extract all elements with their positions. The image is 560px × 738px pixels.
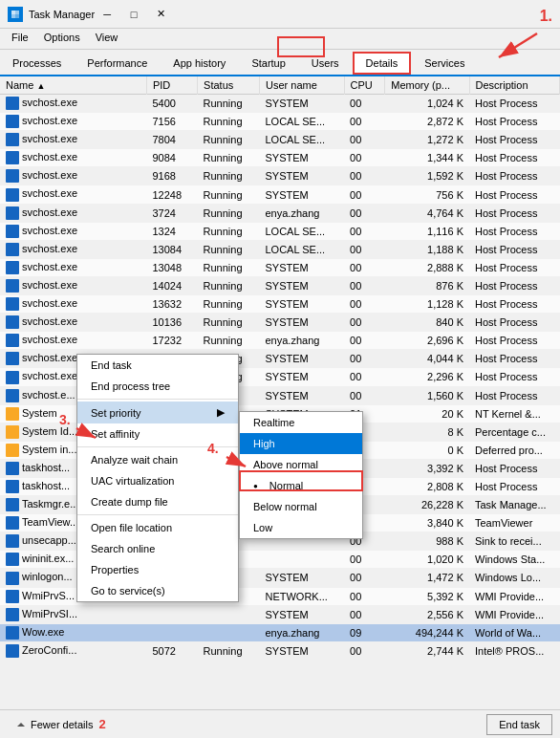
cell-cpu: 00 — [344, 386, 385, 404]
cell-desc: WMI Provide... — [469, 587, 560, 605]
menu-view[interactable]: View — [88, 31, 126, 47]
cell-cpu: 00 — [344, 641, 385, 660]
cell-memory: 2,556 K — [385, 605, 469, 623]
cell-status: Running — [198, 332, 260, 350]
priority-realtime[interactable]: Realtime — [240, 412, 362, 433]
cell-pid: 13084 — [146, 240, 197, 258]
window-title: Task Manager — [29, 9, 95, 20]
col-memory[interactable]: Memory (p... — [385, 76, 469, 95]
cell-user: SYSTEM — [259, 386, 344, 404]
cell-cpu: 00 — [344, 258, 385, 276]
ctx-uac[interactable]: UAC virtualization — [77, 470, 238, 491]
ctx-analyze-wait[interactable]: Analyze wait chain — [77, 449, 238, 470]
cell-user: SYSTEM — [259, 258, 344, 276]
cell-memory: 1,024 K — [385, 95, 469, 113]
ctx-end-task[interactable]: End task — [77, 355, 238, 376]
table-row[interactable]: svchost.exe 1324 Running LOCAL SE... 00 … — [0, 222, 560, 240]
col-status[interactable]: Status — [198, 76, 260, 95]
priority-high[interactable]: High — [240, 433, 362, 454]
svg-rect-2 — [15, 11, 19, 14]
cell-user: SYSTEM — [259, 350, 344, 368]
cell-memory: 876 K — [385, 276, 469, 294]
table-row[interactable]: svchost.exe 9084 Running SYSTEM 00 1,344… — [0, 149, 560, 167]
cell-status: Running — [198, 95, 260, 113]
cell-memory: 494,244 K — [385, 623, 469, 641]
col-description[interactable]: Description — [469, 76, 560, 95]
minimize-button[interactable]: ─ — [95, 5, 119, 24]
tab-users[interactable]: Users — [299, 52, 352, 75]
table-row[interactable]: svchost.exe 17232 Running enya.zhang 00 … — [0, 332, 560, 350]
ctx-open-location[interactable]: Open file location — [77, 517, 238, 538]
ctx-go-to-services[interactable]: Go to service(s) — [77, 580, 238, 601]
priority-low[interactable]: Low — [240, 517, 362, 538]
cell-status: Running — [198, 185, 260, 204]
table-row[interactable]: svchost.exe 3724 Running enya.zhang 00 4… — [0, 204, 560, 222]
col-cpu[interactable]: CPU — [344, 76, 385, 95]
table-row[interactable]: Wow.exe enya.zhang 09 494,244 K World of… — [0, 623, 560, 641]
table-row[interactable]: svchost.exe 14024 Running SYSTEM 00 876 … — [0, 276, 560, 294]
cell-cpu: 00 — [344, 240, 385, 258]
maximize-button[interactable]: □ — [121, 5, 146, 24]
cell-pid — [146, 605, 197, 623]
cell-user: SYSTEM — [259, 368, 344, 386]
table-row[interactable]: svchost.exe 9168 Running SYSTEM 00 1,592… — [0, 167, 560, 185]
table-row[interactable]: WmiPrvSI... SYSTEM 00 2,556 K WMI Provid… — [0, 605, 560, 623]
cell-name: ZeroConfi... — [0, 641, 146, 660]
table-row[interactable]: ZeroConfi... 5072 Running SYSTEM 00 2,74… — [0, 641, 560, 660]
ctx-set-affinity[interactable]: Set affinity — [77, 423, 238, 445]
cell-pid: 5400 — [146, 95, 197, 113]
cell-name: svchost.exe — [0, 167, 146, 185]
ctx-properties[interactable]: Properties — [77, 559, 238, 580]
table-row[interactable]: svchost.exe 5400 Running SYSTEM 00 1,024… — [0, 95, 560, 113]
cell-desc: Task Manage... — [469, 496, 560, 514]
end-task-button[interactable]: End task — [486, 714, 552, 735]
table-row[interactable]: svchost.exe 13084 Running LOCAL SE... 00… — [0, 240, 560, 258]
tab-services[interactable]: Services — [412, 52, 477, 75]
cell-name: svchost.exe — [0, 258, 146, 276]
tab-performance[interactable]: Performance — [75, 52, 160, 75]
col-username[interactable]: User name — [259, 76, 344, 95]
cell-cpu: 09 — [344, 623, 385, 641]
priority-submenu: Realtime High Above normal ●Normal Below… — [239, 411, 363, 539]
cell-pid: 1324 — [146, 222, 197, 240]
cell-desc: World of Wa... — [469, 623, 560, 641]
cell-user: SYSTEM — [259, 605, 344, 623]
cell-desc: Host Process — [469, 332, 560, 350]
cell-desc: Intel® PROS... — [469, 641, 560, 660]
fewer-details-button[interactable]: Fewer details 2 — [8, 713, 114, 735]
table-row[interactable]: svchost.exe 13632 Running SYSTEM 00 1,12… — [0, 295, 560, 314]
table-row[interactable]: svchost.exe 7156 Running LOCAL SE... 00 … — [0, 113, 560, 131]
cell-memory: 2,744 K — [385, 641, 469, 660]
col-pid[interactable]: PID — [146, 76, 197, 95]
priority-normal[interactable]: ●Normal — [240, 475, 362, 496]
table-row[interactable]: svchost.exe 7804 Running LOCAL SE... 00 … — [0, 131, 560, 149]
svg-rect-1 — [11, 11, 15, 14]
tab-details[interactable]: Details — [353, 52, 412, 75]
tab-startup[interactable]: Startup — [239, 52, 297, 75]
cell-memory: 5,392 K — [385, 587, 469, 605]
cell-memory: 2,296 K — [385, 368, 469, 386]
menu-file[interactable]: File — [4, 31, 36, 47]
ctx-create-dump[interactable]: Create dump file — [77, 491, 238, 512]
cell-cpu: 00 — [344, 131, 385, 149]
menu-options[interactable]: Options — [36, 31, 88, 47]
tab-app-history[interactable]: App history — [161, 52, 238, 75]
table-row[interactable]: svchost.exe 13048 Running SYSTEM 00 2,88… — [0, 258, 560, 276]
ctx-end-process-tree[interactable]: End process tree — [77, 376, 238, 397]
ctx-search-online[interactable]: Search online — [77, 538, 238, 559]
table-row[interactable]: svchost.exe 10136 Running SYSTEM 00 840 … — [0, 314, 560, 332]
tab-processes[interactable]: Processes — [0, 52, 74, 75]
cell-status: Running — [198, 295, 260, 314]
ctx-set-priority[interactable]: Set priority ▶ — [77, 402, 238, 423]
window-controls: ─ □ ✕ — [95, 5, 173, 24]
priority-above-normal[interactable]: Above normal — [240, 454, 362, 475]
cell-name: svchost.exe — [0, 149, 146, 167]
cell-memory: 1,272 K — [385, 131, 469, 149]
cell-user: SYSTEM — [259, 569, 344, 587]
priority-below-normal[interactable]: Below normal — [240, 496, 362, 517]
close-button[interactable]: ✕ — [148, 5, 173, 24]
cell-memory: 2,872 K — [385, 113, 469, 131]
cell-memory: 2,888 K — [385, 258, 469, 276]
table-row[interactable]: svchost.exe 12248 Running SYSTEM 00 756 … — [0, 185, 560, 204]
col-name[interactable]: Name ▲ — [0, 76, 146, 95]
